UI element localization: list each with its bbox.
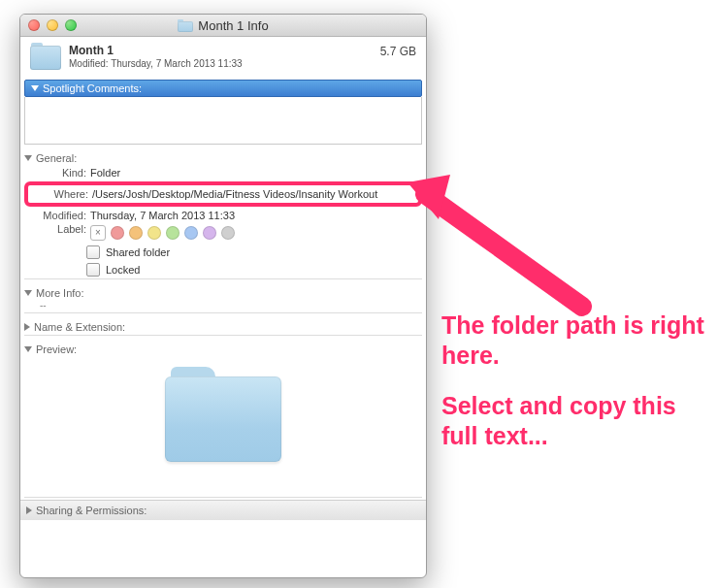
minimize-button[interactable] [47, 19, 58, 31]
label-none-button[interactable]: × [90, 225, 106, 241]
shared-folder-label: Shared folder [106, 246, 170, 258]
chevron-down-icon [24, 346, 32, 352]
locked-checkbox[interactable] [86, 263, 100, 277]
annotation-line1: The folder path is right here. [441, 310, 713, 372]
window-controls [28, 19, 77, 31]
locked-label: Locked [106, 264, 140, 276]
label-green[interactable] [166, 226, 180, 240]
kind-label: Kind: [26, 167, 90, 179]
where-value[interactable]: /Users/Josh/Desktop/Media/Fitness Videos… [92, 188, 414, 200]
window-title: Month 1 Info [20, 18, 426, 33]
shared-folder-checkbox[interactable] [86, 245, 100, 259]
section-label: General: [36, 152, 77, 164]
annotation-line2: Select and copy this full text... [441, 391, 713, 452]
more-info-content: -- [20, 300, 426, 310]
section-label: Sharing & Permissions: [36, 505, 147, 516]
item-modified: Modified: Thursday, 7 March 2013 11:33 [69, 58, 380, 69]
section-label: Name & Extension: [34, 321, 125, 333]
item-size: 5.7 GB [380, 45, 416, 58]
folder-icon [165, 367, 281, 464]
kind-value: Folder [90, 167, 420, 179]
label-label: Label: [26, 223, 90, 241]
section-name-ext[interactable]: Name & Extension: [24, 321, 422, 333]
where-highlight: Where: /Users/Josh/Desktop/Media/Fitness… [24, 181, 422, 207]
section-more-info[interactable]: More Info: [24, 287, 422, 299]
general-content: Kind: Folder Where: /Users/Josh/Desktop/… [26, 166, 420, 277]
item-name: Month 1 [69, 44, 380, 57]
folder-icon [178, 19, 193, 32]
modified-value: Thursday, 7 March 2013 11:33 [90, 210, 420, 221]
chevron-down-icon [31, 85, 39, 91]
where-label: Where: [28, 188, 92, 200]
window-title-text: Month 1 Info [198, 18, 268, 33]
chevron-right-icon [24, 323, 30, 331]
label-gray[interactable] [221, 226, 235, 240]
label-orange[interactable] [129, 226, 143, 240]
window-body: Month 1 Modified: Thursday, 7 March 2013… [20, 37, 426, 520]
label-blue[interactable] [184, 226, 198, 240]
folder-icon [30, 43, 61, 70]
spotlight-comments-field[interactable] [24, 97, 422, 145]
label-purple[interactable] [203, 226, 216, 240]
item-header: Month 1 Modified: Thursday, 7 March 2013… [20, 37, 426, 80]
annotation-arrow [408, 171, 631, 326]
close-button[interactable] [28, 19, 40, 31]
section-label: More Info: [36, 287, 84, 299]
section-general[interactable]: General: [24, 152, 422, 164]
chevron-down-icon [24, 155, 32, 161]
spotlight-header[interactable]: Spotlight Comments: [24, 80, 422, 97]
preview-area [20, 357, 426, 495]
label-yellow[interactable] [147, 226, 161, 240]
zoom-button[interactable] [65, 19, 77, 31]
titlebar[interactable]: Month 1 Info [20, 15, 426, 37]
chevron-right-icon [26, 506, 32, 514]
spotlight-label: Spotlight Comments: [43, 82, 142, 94]
section-label: Preview: [36, 343, 77, 355]
section-sharing[interactable]: Sharing & Permissions: [20, 500, 426, 520]
section-preview[interactable]: Preview: [24, 343, 422, 355]
modified-label: Modified: [26, 210, 90, 221]
info-window: Month 1 Info Month 1 Modified: Thursday,… [19, 14, 427, 578]
annotation-text: The folder path is right here. Select an… [441, 310, 713, 471]
chevron-down-icon [24, 290, 32, 296]
label-red[interactable] [111, 226, 124, 240]
